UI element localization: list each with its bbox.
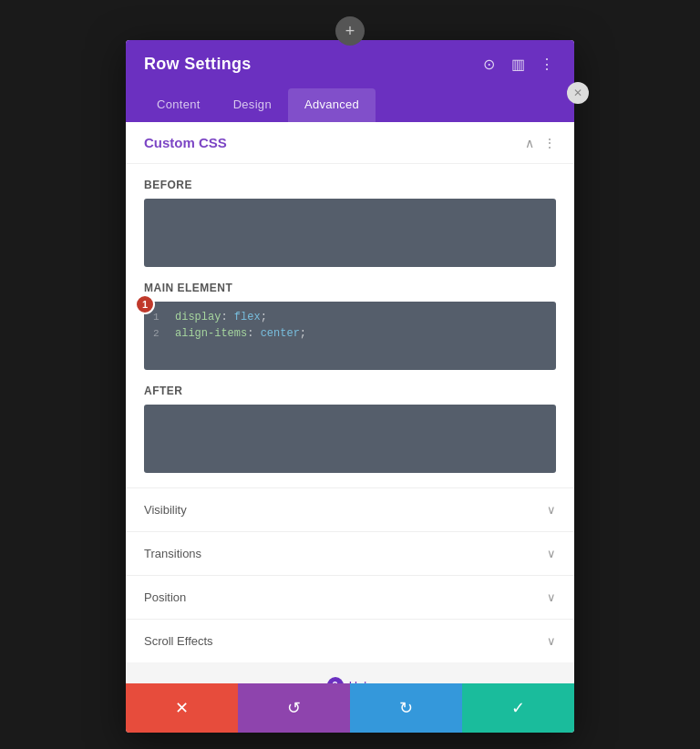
line-content-2: align-items: center; [175,327,547,340]
custom-css-title: Custom CSS [144,135,227,150]
target-icon[interactable]: ⊙ [479,56,498,74]
position-section: Position ∨ [126,575,574,619]
redo-button[interactable]: ↻ [350,683,462,733]
modal-header: Row Settings ⊙ ▥ ⋮ [126,40,574,88]
scroll-effects-chevron: ∨ [547,634,556,648]
collapse-icon[interactable]: ∧ [525,136,534,150]
error-badge: 1 [135,294,155,314]
line-number-1: 1 [153,311,164,323]
tab-design[interactable]: Design [217,88,288,122]
before-editor[interactable] [144,199,556,267]
scroll-effects-title: Scroll Effects [144,634,213,648]
main-element-editor[interactable]: 1 display: flex; 2 align-items: center; [144,302,556,370]
position-title: Position [144,590,186,604]
visibility-title: Visibility [144,503,187,517]
row-settings-modal: Row Settings ⊙ ▥ ⋮ Content Design Advanc… [126,40,574,733]
position-header[interactable]: Position ∨ [126,576,574,619]
after-editor[interactable] [144,405,556,473]
visibility-header[interactable]: Visibility ∨ [126,488,574,531]
columns-icon[interactable]: ▥ [509,56,527,74]
scroll-effects-header[interactable]: Scroll Effects ∨ [126,620,574,662]
custom-css-header: Custom CSS ∧ ⋮ [126,122,574,164]
modal-footer: ✕ ↺ ↻ ✓ [126,683,574,733]
transitions-chevron: ∨ [547,547,556,560]
transitions-title: Transitions [144,547,201,560]
plus-icon: + [345,22,355,41]
line-content-1: display: flex; [175,311,547,323]
transitions-section: Transitions ∨ [126,531,574,575]
undo-button[interactable]: ↺ [238,683,350,733]
line-number-2: 2 [153,327,164,339]
cancel-button[interactable]: ✕ [126,683,238,733]
section-header-icons: ∧ ⋮ [525,136,556,150]
more-options-icon[interactable]: ⋮ [538,56,556,74]
tab-advanced[interactable]: Advanced [288,88,376,122]
custom-css-section: Custom CSS ∧ ⋮ Before Main Element 1 [126,122,574,487]
visibility-chevron: ∨ [547,503,556,517]
scroll-effects-section: Scroll Effects ∨ [126,619,574,662]
before-label: Before [144,179,556,191]
main-element-label: Main Element [144,282,556,294]
modal-title: Row Settings [144,55,252,74]
position-chevron: ∨ [547,590,556,604]
visibility-section: Visibility ∨ [126,487,574,531]
tab-bar: Content Design Advanced [126,88,574,122]
modal-close-button[interactable]: ✕ [567,82,589,104]
modal-body: Custom CSS ∧ ⋮ Before Main Element 1 [126,122,574,683]
save-button[interactable]: ✓ [462,683,574,733]
header-icons: ⊙ ▥ ⋮ [479,56,556,74]
help-icon: ? [327,677,344,683]
after-label: After [144,385,556,397]
section-more-icon[interactable]: ⋮ [543,136,556,150]
section-content: Before Main Element 1 1 display: flex; [126,164,574,487]
tab-content[interactable]: Content [140,88,217,122]
add-element-button[interactable]: + [335,16,365,46]
code-line-2: 2 align-items: center; [153,327,547,340]
transitions-header[interactable]: Transitions ∨ [126,532,574,575]
help-section[interactable]: ? Help [126,662,574,683]
code-line-1: 1 display: flex; [153,311,547,323]
